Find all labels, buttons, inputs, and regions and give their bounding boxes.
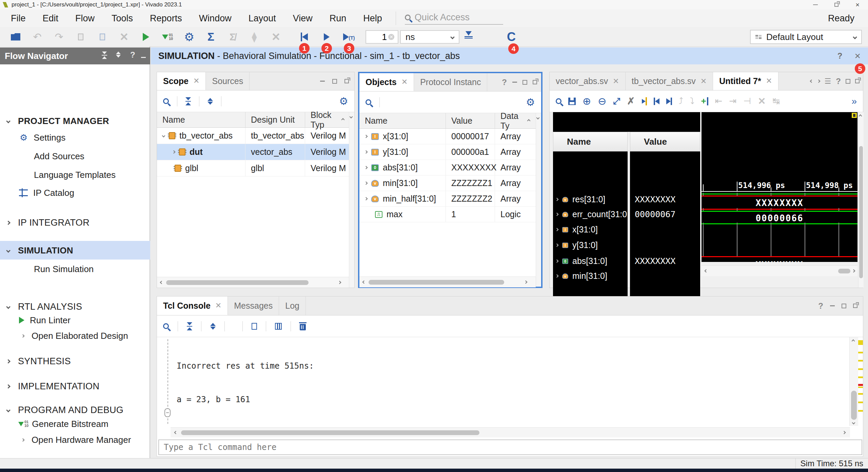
link-button[interactable]: ⧫ [247, 31, 262, 43]
maximize-panel-icon[interactable] [842, 304, 846, 308]
previous-transition-icon[interactable] [654, 98, 659, 105]
float-panel-icon[interactable] [855, 79, 860, 83]
minimize-panel-icon[interactable] [512, 82, 517, 83]
help-icon[interactable]: ? [502, 78, 507, 87]
menu-window[interactable]: Window [199, 13, 232, 24]
float-panel-icon[interactable] [853, 304, 857, 308]
object-row[interactable]: vmin[31:0] ZZZZZZZ1 Array [359, 176, 536, 191]
float-panel-icon[interactable] [344, 79, 349, 83]
step-button[interactable] [462, 31, 475, 39]
close-icon[interactable]: ✕ [613, 77, 619, 86]
window-restore-button[interactable] [826, 3, 847, 7]
wave-vscrollbar[interactable] [858, 112, 864, 288]
help-icon[interactable]: ? [818, 301, 823, 311]
run-flow-button[interactable] [138, 33, 153, 41]
sidebar-item-simulation[interactable]: SIMULATION [0, 243, 150, 258]
toggle-columns-icon[interactable] [275, 323, 282, 330]
menu-list-icon[interactable]: ☰ [825, 77, 831, 86]
scope-hscrollbar[interactable] [157, 277, 350, 288]
objects-vscrollbar[interactable] [536, 113, 541, 287]
expand-all-icon[interactable] [208, 98, 213, 105]
copy-icon[interactable] [252, 323, 257, 330]
table-row-selected[interactable]: dut vector_abs Verilog M [157, 144, 350, 160]
minimize-panel-icon[interactable] [141, 57, 146, 58]
help-icon[interactable]: ? [837, 51, 843, 61]
tcl-command-input[interactable] [164, 443, 862, 452]
collapse-all-icon[interactable] [185, 97, 191, 105]
undo-button[interactable]: ↶ [30, 31, 45, 43]
collapse-all-icon[interactable] [187, 322, 192, 330]
wave-signal-name[interactable]: 0abs[31:0] [556, 256, 607, 266]
close-icon[interactable]: ✕ [215, 301, 221, 310]
tcl-console-output[interactable]: Incorrect res at time 515ns: a = 23, b =… [157, 337, 849, 426]
sidebar-item-generate-bitstream[interactable]: 0110Generate Bitstream [0, 417, 150, 431]
goto-time-icon[interactable] [642, 97, 647, 105]
sidebar-item-settings[interactable]: ⚙Settings [0, 131, 150, 144]
quick-access-search[interactable]: Quick Access [405, 12, 503, 25]
open-file-button[interactable] [8, 33, 23, 41]
wave-signal-name[interactable]: vmin[31:0] [556, 271, 607, 281]
search-icon[interactable] [556, 98, 561, 104]
table-row[interactable]: glbl glbl Verilog M [157, 160, 350, 177]
swap-down-icon[interactable]: ⤵ [690, 96, 694, 106]
sidebar-item-ip-integrator[interactable]: IP INTEGRATOR [0, 216, 150, 230]
maximize-panel-icon[interactable] [332, 79, 337, 84]
maximize-panel-icon[interactable] [846, 79, 850, 84]
menu-file[interactable]: File [11, 13, 26, 24]
expand-all-icon[interactable] [210, 323, 216, 330]
tab-messages[interactable]: Messages [228, 296, 279, 315]
expand-icon[interactable] [364, 197, 368, 201]
wave-signal-name[interactable]: vres[31:0] [556, 194, 605, 204]
expand-all-icon[interactable] [116, 52, 121, 58]
object-row[interactable]: vmin_half[31:0] ZZZZZZZ2 Array [359, 191, 536, 207]
tab-tb-vector-abs-sv[interactable]: tb_vector_abs.sv✕ [626, 72, 713, 90]
menu-edit[interactable]: Edit [43, 13, 59, 24]
next-transition-icon[interactable] [666, 98, 672, 105]
scroll-up-icon[interactable] [341, 118, 345, 122]
tab-untitled-7[interactable]: Untitled 7*✕ [713, 72, 778, 90]
minimize-panel-icon[interactable] [830, 305, 835, 306]
menu-layout[interactable]: Layout [249, 13, 276, 24]
paste-button[interactable] [95, 34, 110, 40]
collapse-handle-icon[interactable] [164, 408, 171, 417]
copy-button[interactable] [73, 34, 88, 40]
wave-signal-name[interactable]: verr_count[31:0 [556, 209, 627, 219]
console-hscrollbar[interactable] [171, 427, 850, 437]
zoom-out-icon[interactable]: ⊖ [598, 95, 606, 107]
console-vscrollbar[interactable] [849, 337, 858, 426]
tab-vector-abs-sv[interactable]: vector_abs.sv✕ [550, 72, 626, 90]
sidebar-item-language-templates[interactable]: Language Templates [0, 168, 150, 182]
object-row[interactable]: Ix[31:0] 00000017 Array [359, 129, 536, 144]
sidebar-item-rtl-analysis[interactable]: RTL ANALYSIS [0, 300, 150, 314]
clear-time-icon[interactable]: ✕ [388, 34, 394, 40]
collapse-all-icon[interactable] [102, 52, 107, 59]
table-row[interactable]: tb_vector_abs tb_vector_abs Verilog M [157, 128, 350, 144]
maximize-panel-icon[interactable] [522, 80, 527, 85]
report-sum-button[interactable]: Σ [203, 30, 218, 43]
menu-flow[interactable]: Flow [75, 13, 95, 24]
delete-button[interactable]: ✕ [269, 30, 283, 43]
menu-reports[interactable]: Reports [150, 13, 182, 24]
delete-marker-icon[interactable]: ⊣ [743, 96, 751, 106]
add-marker-icon[interactable]: + [701, 96, 708, 106]
tab-scope[interactable]: Scope✕ [157, 72, 206, 90]
search-icon[interactable] [163, 98, 169, 104]
sidebar-item-run-simulation[interactable]: Run Simulation [0, 262, 150, 276]
search-icon[interactable] [366, 99, 371, 105]
expand-icon[interactable] [364, 166, 368, 169]
relaunch-sim-button[interactable]: C [507, 30, 516, 44]
tab-protocol-instances[interactable]: Protocol Instanc [414, 73, 487, 91]
sidebar-item-ip-catalog[interactable]: IP Catalog [0, 186, 150, 200]
zoom-fit-icon[interactable]: ⤢ [613, 96, 620, 106]
close-icon[interactable]: ✕ [766, 77, 772, 85]
close-icon[interactable]: ✕ [401, 78, 408, 86]
toolbar-overflow-chevron[interactable]: » [851, 96, 857, 107]
float-panel-icon[interactable] [533, 80, 537, 84]
sidebar-item-open-elaborated-design[interactable]: Open Elaborated Design [0, 329, 150, 343]
object-row[interactable]: Iy[31:0] 000000a1 Array [359, 144, 536, 160]
sidebar-item-project-manager[interactable]: PROJECT MANAGER [0, 114, 150, 128]
close-icon[interactable]: × [854, 50, 861, 62]
next-marker-icon[interactable]: ⇥ [729, 96, 737, 106]
wave-hscrollbar[interactable] [702, 265, 857, 276]
run-all-button[interactable] [319, 33, 334, 41]
